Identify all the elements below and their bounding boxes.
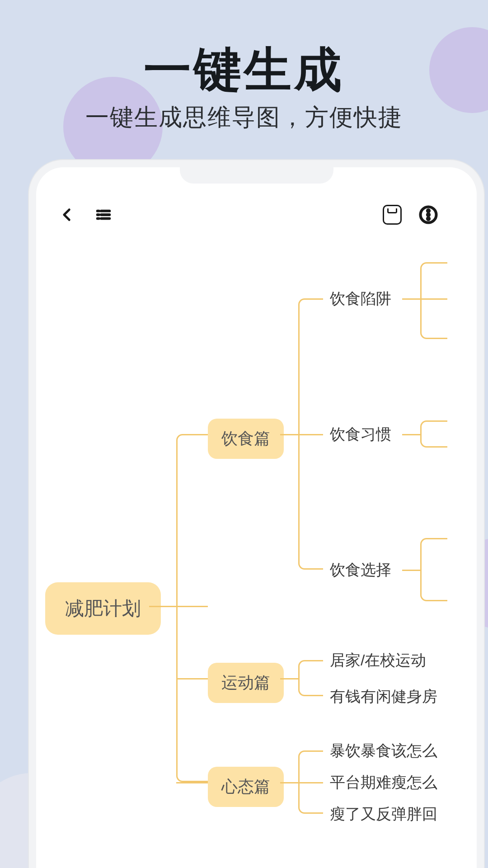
node-section-diet[interactable]: 饮食篇 <box>208 419 284 459</box>
node-leaf[interactable]: 瘦了又反弹胖回 <box>330 804 437 825</box>
connector <box>402 570 420 571</box>
node-section-mind[interactable]: 心态篇 <box>208 767 284 807</box>
back-icon[interactable] <box>58 205 77 224</box>
connector <box>176 782 208 783</box>
svg-point-3 <box>427 218 429 220</box>
node-root[interactable]: 减肥计划 <box>45 582 161 635</box>
connector <box>176 434 208 782</box>
svg-point-1 <box>427 210 429 212</box>
save-icon[interactable] <box>383 205 402 224</box>
connector <box>176 678 208 679</box>
node-leaf[interactable]: 平台期难瘦怎么 <box>330 772 437 793</box>
connector <box>176 606 208 607</box>
connector <box>402 298 420 300</box>
mindmap-canvas[interactable]: 减肥计划 饮食篇 饮食陷阱 饮食习惯 饮食选择 运动篇 居家/在校运动 有钱有闲… <box>36 249 477 868</box>
connector <box>420 420 447 448</box>
connector <box>280 782 298 783</box>
node-section-sport[interactable]: 运动篇 <box>208 663 284 703</box>
connector <box>280 434 298 435</box>
connector <box>420 262 447 339</box>
page-title: 一键生成 <box>0 38 488 102</box>
connector <box>420 298 447 300</box>
node-leaf[interactable]: 饮食陷阱 <box>330 288 391 309</box>
connector <box>280 678 298 679</box>
more-icon[interactable] <box>419 205 438 224</box>
outline-list-icon[interactable] <box>94 205 113 224</box>
node-leaf[interactable]: 饮食习惯 <box>330 424 391 445</box>
page-subtitle: 一键生成思维导图，方便快捷 <box>0 102 488 133</box>
connector <box>402 434 420 435</box>
app-toolbar <box>36 197 477 233</box>
phone-frame: 减肥计划 饮食篇 饮食陷阱 饮食习惯 饮食选择 运动篇 居家/在校运动 有钱有闲… <box>36 167 477 868</box>
node-leaf[interactable]: 饮食选择 <box>330 560 391 580</box>
connector <box>298 782 323 783</box>
connector <box>420 538 447 601</box>
node-leaf[interactable]: 暴饮暴食该怎么 <box>330 741 437 761</box>
node-leaf[interactable]: 有钱有闲健身房 <box>330 686 437 707</box>
connector <box>149 606 176 607</box>
connector <box>298 660 323 696</box>
svg-point-2 <box>427 214 429 216</box>
phone-notch <box>180 167 333 184</box>
connector <box>298 434 323 435</box>
node-leaf[interactable]: 居家/在校运动 <box>330 650 426 671</box>
